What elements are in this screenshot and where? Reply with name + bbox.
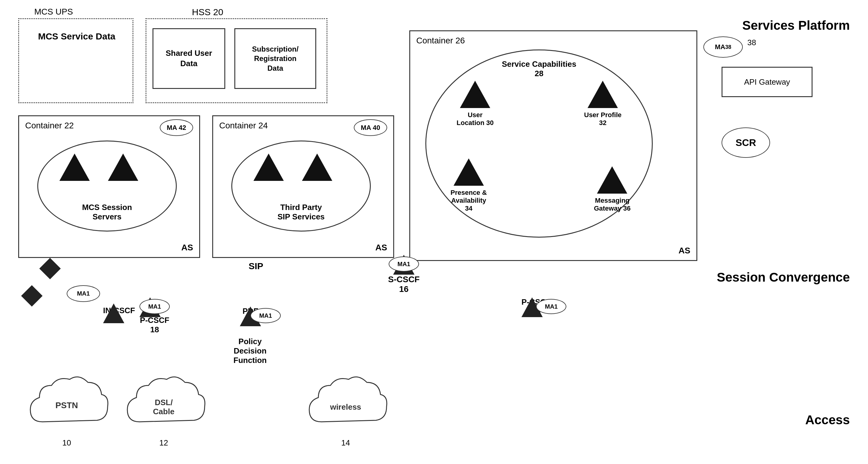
- mcs-session-servers-label: MCS SessionServers: [82, 203, 132, 222]
- ma1-pdf-badge: MA1: [250, 308, 281, 323]
- dsl-cable-cloud: DSL/ Cable 12: [121, 370, 206, 437]
- third-party-sip-label: Third PartySIP Services: [277, 203, 325, 222]
- triangle-node-3: [253, 153, 284, 181]
- pstn-cloud: PSTN 10: [24, 370, 109, 437]
- container-22-as-label: AS: [181, 243, 193, 253]
- triangle-node-1: [59, 153, 90, 181]
- number-38: 38: [747, 38, 756, 47]
- scscf-node: MA1 S-CSCF16: [388, 255, 420, 294]
- pcscf-left-label: P-CSCF18: [140, 316, 170, 335]
- user-profile-node: User Profile32: [584, 81, 622, 127]
- container-24-as-label: AS: [375, 243, 387, 253]
- mcs-service-data-label: MCS Service Data: [28, 31, 125, 41]
- access-label: Access: [805, 413, 850, 427]
- ma-40-badge: MA 40: [354, 119, 387, 136]
- triangle-node-4: [302, 153, 332, 181]
- ma-42-badge: MA 42: [160, 119, 193, 136]
- session-convergence-label: Session Convergence: [717, 270, 850, 285]
- container-26-label: Container 26: [416, 36, 465, 46]
- svg-text:DSL/: DSL/: [155, 398, 173, 407]
- svg-text:PSTN: PSTN: [56, 401, 78, 410]
- messaging-gateway-node: MessagingGateway 36: [594, 166, 630, 212]
- svg-text:wireless: wireless: [330, 402, 362, 411]
- container-22-label: Container 22: [25, 121, 74, 130]
- service-capabilities-label: Service Capabilities28: [502, 59, 576, 78]
- wireless-number: 14: [341, 438, 350, 447]
- presence-node: Presence &Availability34: [451, 158, 487, 212]
- scscf-label: S-CSCF16: [388, 274, 420, 294]
- subscription-data-box: Subscription/RegistrationData: [235, 28, 316, 89]
- container-22-box: Container 22 MA 42 MCS SessionServers AS: [18, 115, 200, 258]
- triangle-node-2: [108, 153, 138, 181]
- container-24-box: Container 24 MA 40 Third PartySIP Servic…: [212, 115, 394, 258]
- container-24-ellipse: Third PartySIP Services: [231, 141, 371, 232]
- user-location-node: UserLocation 30: [457, 81, 494, 127]
- scr-badge: SCR: [721, 127, 770, 158]
- container-26-box: Container 26 Service Capabilities28 User…: [409, 30, 697, 261]
- container-26-as-label: AS: [679, 246, 690, 256]
- hss-label: HSS 20: [192, 7, 223, 17]
- mcs-ups-box: MCS UPS MCS Service Data: [18, 18, 133, 103]
- ma1-scscf-badge: MA1: [389, 256, 419, 271]
- policy-decision-label: PolicyDecisionFunction: [234, 337, 267, 365]
- pdf-node: MA1 PDF: [243, 307, 258, 316]
- diagram-container: Services Platform Session Convergence Ac…: [0, 0, 868, 464]
- ma1-left-badge: MA1: [67, 285, 100, 302]
- ma-38-badge: MA38: [703, 36, 743, 58]
- container-24-label: Container 24: [219, 121, 268, 130]
- pcscf-right-node: MA1 P-CSCF18: [522, 297, 551, 316]
- ma1-pcscf-right-badge: MA1: [536, 299, 566, 314]
- shared-user-data-box: Shared UserData: [153, 28, 225, 89]
- services-platform-label: Services Platform: [742, 18, 850, 33]
- service-capabilities-ellipse: Service Capabilities28 UserLocation 30 U…: [425, 50, 653, 238]
- pcscf-left-node: MA1 P-CSCF18: [140, 297, 170, 335]
- subscription-data-label: Subscription/RegistrationData: [252, 44, 298, 73]
- api-gateway-box: API Gateway: [721, 67, 812, 97]
- api-gateway-label: API Gateway: [744, 77, 790, 87]
- container-22-ellipse: MCS SessionServers: [37, 141, 177, 232]
- shared-user-data-label: Shared UserData: [165, 48, 212, 69]
- mcs-ups-label: MCS UPS: [34, 7, 73, 17]
- in-cscf-node: IN-CSCF: [103, 303, 135, 315]
- svg-text:Cable: Cable: [153, 407, 175, 416]
- wireless-cloud: wireless 14: [303, 370, 388, 437]
- dsl-number: 12: [159, 438, 168, 447]
- pstn-number: 10: [62, 438, 71, 447]
- ma1-pcscf-left-badge: MA1: [140, 299, 170, 314]
- sip-label: SIP: [249, 261, 263, 271]
- hss-box: HSS 20 Shared UserData Subscription/Regi…: [146, 18, 328, 103]
